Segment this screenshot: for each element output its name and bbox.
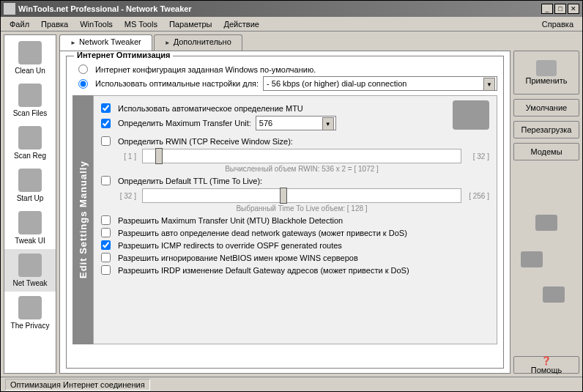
checkbox-irdp[interactable] <box>101 265 111 275</box>
menu-params[interactable]: Параметры <box>163 18 218 30</box>
button-label: Перезагрузка <box>521 125 572 134</box>
group-legend: Интернет Оптимизация <box>74 51 173 59</box>
checkbox-label: Разрешить Maximum Transfer Unit (MTU) Bl… <box>118 216 343 225</box>
modems-button[interactable]: Модемы <box>513 143 579 160</box>
button-label: Применить <box>526 76 568 85</box>
checkbox-label: Определить Default TTL (Time To Live): <box>118 177 262 185</box>
sidebar-item-label: The Privacy <box>11 322 50 330</box>
checkbox-label: Разрешить игнорирование NetBIOS имен кро… <box>118 254 358 262</box>
checkbox-deadgw[interactable] <box>101 228 111 237</box>
default-button[interactable]: Умолчание <box>513 99 579 117</box>
statusbar: Оптимизация Интернет соединения <box>1 377 582 391</box>
slider-thumb[interactable] <box>280 188 287 204</box>
menu-file[interactable]: Файл <box>4 18 35 30</box>
radio-optimal-config[interactable] <box>78 79 88 89</box>
rwin-max-label: [ 32 ] <box>467 152 489 160</box>
ttl-max-label: [ 256 ] <box>467 192 489 200</box>
button-label: Модемы <box>530 147 562 156</box>
startup-icon <box>18 169 42 192</box>
ttl-slider[interactable] <box>142 188 461 203</box>
mtu-illustration-icon <box>453 100 489 130</box>
sidebar-item-label: Start Up <box>17 194 44 202</box>
manual-content: Использовать автоматическое определение … <box>93 95 497 344</box>
radio-label: Использовать оптимальные настройки для: <box>95 79 259 88</box>
sidebar-item-cleanup[interactable]: Clean Un <box>4 37 56 79</box>
sidebar-item-startup[interactable]: Start Up <box>4 164 56 207</box>
slider-thumb[interactable] <box>155 148 163 164</box>
maximize-button[interactable]: □ <box>554 4 566 14</box>
tweakui-icon <box>18 211 42 234</box>
status-text: Оптимизация Интернет соединения <box>5 379 150 391</box>
dropdown-value: 576 <box>259 119 272 127</box>
minimize-button[interactable]: _ <box>541 4 553 14</box>
sidebar-item-scanreg[interactable]: Scan Reg <box>4 122 56 164</box>
checkbox-label: Определить Maximum Transfer Unit: <box>118 119 251 127</box>
menu-action[interactable]: Действие <box>218 18 265 30</box>
apply-button[interactable]: Применить <box>513 51 579 95</box>
checkbox-netbios[interactable] <box>101 253 111 262</box>
button-label: Помощь <box>531 366 562 374</box>
network-diagram <box>513 165 579 352</box>
center-column: ►Network Tweaker ►Дополнительно Интернет… <box>59 34 510 374</box>
close-button[interactable]: ✕ <box>568 4 579 14</box>
scanfiles-icon <box>18 84 42 107</box>
sidebar-item-label: Scan Reg <box>14 152 46 160</box>
checkbox-label: Разрешить ICMP redirects to override OSP… <box>118 241 342 250</box>
tab-network-tweaker[interactable]: ►Network Tweaker <box>59 34 152 51</box>
sidebar-item-tweakui[interactable]: Tweak UI <box>4 207 56 249</box>
sidebar-item-nettweak[interactable]: Net Tweak <box>4 249 56 292</box>
menu-mstools[interactable]: MS Tools <box>119 18 163 30</box>
checkbox-icmp[interactable] <box>101 240 111 250</box>
sidebar-item-privacy[interactable]: The Privacy <box>4 292 56 334</box>
nettweak-icon <box>18 254 42 277</box>
globe-icon <box>535 215 557 231</box>
sidebar-item-label: Scan Files <box>13 109 48 117</box>
rwin-calc-label: Вычисленный объем RWIN: 536 x 2 = [ 1072… <box>114 165 489 173</box>
ttl-min-label: [ 32 ] <box>114 192 136 200</box>
connection-dropdown[interactable]: - 56 kbps (or higher) dial-up connection <box>263 76 497 91</box>
main-area: Clean Un Scan Files Scan Reg Start Up Tw… <box>1 32 582 377</box>
checkbox-define-mtu[interactable] <box>101 119 111 128</box>
help-button[interactable]: ❓ Помощь <box>513 356 579 374</box>
checkbox-auto-mtu[interactable] <box>101 103 111 113</box>
right-sidebar: Применить Умолчание Перезагрузка Модемы … <box>513 34 579 374</box>
checkbox-label: Разрешить авто определение dead network … <box>118 229 407 237</box>
manual-container: Edit Settings Manually Использовать авто… <box>73 95 497 344</box>
node-icon <box>521 251 543 267</box>
checkbox-define-rwin[interactable] <box>101 136 111 146</box>
group-internet-opt: Интернет Оптимизация Интернет конфигурац… <box>66 56 504 369</box>
sidebar-item-scanfiles[interactable]: Scan Files <box>4 79 56 122</box>
checkbox-label: Разрешить IRDP изменение Default Gateway… <box>118 266 409 275</box>
menu-edit[interactable]: Правка <box>35 18 74 30</box>
left-sidebar: Clean Un Scan Files Scan Reg Start Up Tw… <box>4 34 56 374</box>
tab-label: Network Tweaker <box>79 37 141 46</box>
menubar: Файл Правка WinTools MS Tools Параметры … <box>1 17 582 32</box>
apply-icon <box>536 60 557 76</box>
checkbox-label: Использовать автоматическое определение … <box>118 104 303 113</box>
rwin-slider[interactable] <box>142 149 461 163</box>
checkbox-blackhole[interactable] <box>101 215 111 225</box>
ttl-calc-label: Выбранный Time To Live объем: [ 128 ] <box>114 204 489 212</box>
sidebar-item-label: Clean Un <box>15 67 45 75</box>
tab-panel: Интернет Оптимизация Интернет конфигурац… <box>59 51 510 374</box>
reboot-button[interactable]: Перезагрузка <box>513 121 579 138</box>
sidebar-item-label: Tweak UI <box>15 237 45 245</box>
titlebar: WinTools.net Professional - Network Twea… <box>1 1 582 17</box>
app-icon <box>4 3 15 15</box>
menu-wintools[interactable]: WinTools <box>74 18 119 30</box>
tab-label: Дополнительно <box>174 37 231 46</box>
scanreg-icon <box>18 126 42 149</box>
menu-help[interactable]: Справка <box>536 18 579 30</box>
mtu-dropdown[interactable]: 576 <box>256 116 336 130</box>
laptop-icon <box>543 286 565 303</box>
button-label: Умолчание <box>526 103 567 112</box>
rwin-min-label: [ 1 ] <box>114 152 136 160</box>
tab-additional[interactable]: ►Дополнительно <box>154 34 242 51</box>
help-icon: ❓ <box>541 356 552 366</box>
cleanup-icon <box>18 41 42 64</box>
privacy-icon <box>18 296 42 319</box>
radio-default-config[interactable] <box>78 64 88 74</box>
checkbox-define-ttl[interactable] <box>101 176 111 185</box>
tab-strip: ►Network Tweaker ►Дополнительно <box>59 34 510 51</box>
app-window: WinTools.net Professional - Network Twea… <box>0 0 583 392</box>
